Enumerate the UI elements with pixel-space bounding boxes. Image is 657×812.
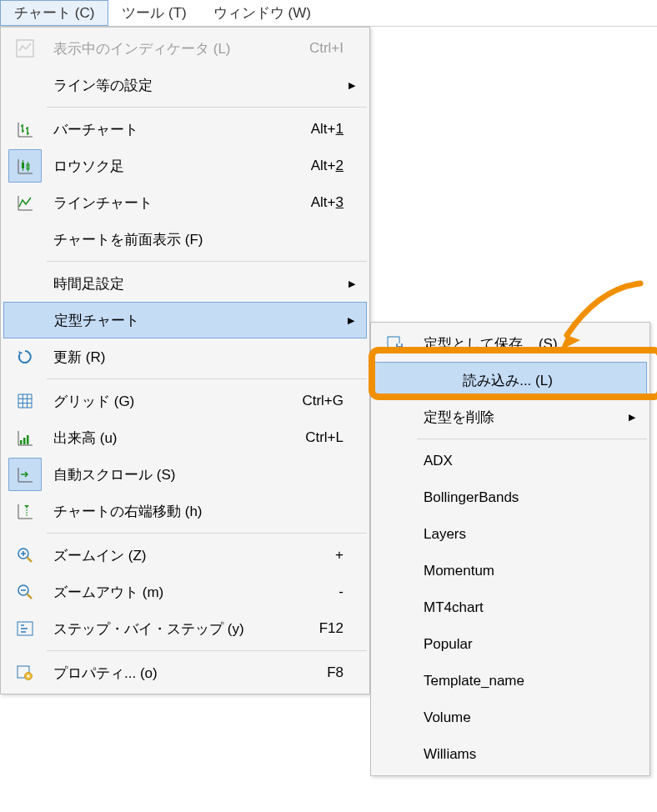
submenu-template-item[interactable]: ADX xyxy=(374,443,647,479)
svg-rect-14 xyxy=(398,343,401,346)
zoom-out-icon xyxy=(3,583,47,601)
submenu-arrow-icon: ▶ xyxy=(344,278,355,289)
submenu-template-item[interactable]: BollingerBands xyxy=(374,479,647,516)
separator xyxy=(47,533,367,534)
menu-zoom-in[interactable]: ズームイン (Z) + xyxy=(3,537,367,574)
menu-auto-scroll[interactable]: 自動スクロール (S) xyxy=(3,456,367,493)
menu-foreground[interactable]: チャートを前面表示 (F) xyxy=(3,221,367,258)
menu-label: ステップ・バイ・ステップ (y) xyxy=(47,619,285,639)
grid-icon xyxy=(3,392,47,410)
separator xyxy=(47,107,367,108)
submenu-template-item[interactable]: MT4chart xyxy=(374,589,647,626)
auto-scroll-icon xyxy=(8,458,42,491)
menu-candlestick[interactable]: ロウソク足 Alt+2 xyxy=(3,148,367,184)
indicators-icon xyxy=(3,39,47,58)
submenu-template-item[interactable]: Volume xyxy=(374,699,647,736)
svg-rect-4 xyxy=(23,438,26,444)
menu-zoom-out[interactable]: ズームアウト (m) - xyxy=(3,574,367,610)
menu-label: チャートを前面表示 (F) xyxy=(47,230,285,249)
menubar-window[interactable]: ウィンドウ (W) xyxy=(200,0,324,26)
separator xyxy=(417,439,647,439)
menu-template[interactable]: 定型チャート ▶ xyxy=(3,302,367,338)
menu-volume[interactable]: 出来高 (u) Ctrl+L xyxy=(3,419,367,456)
submenu-arrow-icon: ▶ xyxy=(624,412,635,423)
menu-label: ロウソク足 xyxy=(47,157,285,176)
menu-shortcut: F8 xyxy=(285,664,344,681)
candlestick-icon xyxy=(8,149,42,183)
menu-label: ズームアウト (m) xyxy=(47,583,285,602)
menu-refresh[interactable]: 更新 (R) xyxy=(3,338,367,375)
menu-line-chart[interactable]: ラインチャート Alt+3 xyxy=(3,184,367,221)
save-template-icon xyxy=(374,334,417,353)
template-name: Williams xyxy=(417,746,635,763)
submenu-remove-template[interactable]: 定型を削除 ▶ xyxy=(374,398,647,435)
menu-shortcut: Alt+3 xyxy=(285,194,344,211)
step-icon xyxy=(3,619,47,638)
submenu-arrow-icon: ▶ xyxy=(343,315,354,326)
menu-properties[interactable]: プロパティ... (o) F8 xyxy=(3,654,367,691)
submenu-label: 定型を削除 xyxy=(417,408,624,427)
menu-chart-shift[interactable]: チャートの右端移動 (h) xyxy=(3,493,367,529)
menu-label: ズームイン (Z) xyxy=(47,546,285,565)
separator xyxy=(47,261,367,262)
menu-label: バーチャート xyxy=(47,120,285,139)
separator xyxy=(47,650,367,651)
menu-label: 更新 (R) xyxy=(47,348,285,367)
submenu-label: 読み込み... (L) xyxy=(456,371,553,390)
template-name: MT4chart xyxy=(417,599,635,616)
svg-rect-5 xyxy=(27,435,29,444)
menu-label: グリッド (G) xyxy=(47,392,285,411)
template-name: Volume xyxy=(417,709,635,726)
menu-label: 時間足設定 xyxy=(47,274,285,293)
submenu-template-item[interactable]: Momentum xyxy=(374,553,647,589)
menu-grid[interactable]: グリッド (G) Ctrl+G xyxy=(3,383,367,419)
menu-shortcut: F12 xyxy=(285,620,344,637)
menu-label: チャートの右端移動 (h) xyxy=(47,502,285,521)
menu-shortcut: Ctrl+G xyxy=(285,393,344,409)
menu-indicators: 表示中のインディケータ (L) Ctrl+I xyxy=(3,30,367,67)
chart-menu-dropdown: 表示中のインディケータ (L) Ctrl+I ライン等の設定 ▶ バーチャート … xyxy=(0,27,370,694)
zoom-in-icon xyxy=(3,546,47,564)
svg-rect-3 xyxy=(20,440,23,444)
menu-label: 表示中のインディケータ (L) xyxy=(47,39,285,58)
menu-timeframe[interactable]: 時間足設定 ▶ xyxy=(3,265,367,302)
template-name: Layers xyxy=(417,526,635,543)
separator xyxy=(47,378,367,379)
submenu-template-item[interactable]: Popular xyxy=(374,626,647,663)
template-submenu: 定型として保存... (S) 読み込み... (L) 定型を削除 ▶ ADXBo… xyxy=(370,322,650,776)
menubar: チャート (C) ツール (T) ウィンドウ (W) xyxy=(0,0,657,27)
menu-shortcut: Alt+2 xyxy=(285,158,344,174)
menu-label: 定型チャート xyxy=(48,311,284,330)
line-chart-icon xyxy=(3,193,47,212)
menu-step-by-step[interactable]: ステップ・バイ・ステップ (y) F12 xyxy=(3,610,367,647)
submenu-template-item[interactable]: Template_name xyxy=(374,663,647,699)
properties-icon xyxy=(3,664,47,682)
submenu-label: 定型として保存... (S) xyxy=(417,334,635,353)
volume-icon xyxy=(3,429,47,447)
submenu-template-item[interactable]: Williams xyxy=(374,736,647,773)
template-name: Popular xyxy=(417,636,635,653)
submenu-template-item[interactable]: Layers xyxy=(374,516,647,553)
submenu-arrow-icon: ▶ xyxy=(344,80,355,91)
template-name: Template_name xyxy=(417,673,635,689)
menu-label: プロパティ... (o) xyxy=(47,664,285,683)
refresh-icon xyxy=(3,348,47,366)
menu-bar-chart[interactable]: バーチャート Alt+1 xyxy=(3,111,367,148)
bar-chart-icon xyxy=(3,120,47,138)
menu-shortcut: Alt+1 xyxy=(285,121,344,138)
menu-label: 出来高 (u) xyxy=(47,429,285,448)
menu-line-settings[interactable]: ライン等の設定 ▶ xyxy=(3,67,367,103)
menu-label: ライン等の設定 xyxy=(47,76,285,95)
menu-shortcut: - xyxy=(285,584,344,600)
menubar-chart[interactable]: チャート (C) xyxy=(0,0,108,26)
menu-shortcut: + xyxy=(285,547,344,564)
menu-shortcut: Ctrl+L xyxy=(285,429,344,446)
template-name: ADX xyxy=(417,453,635,469)
menubar-tools[interactable]: ツール (T) xyxy=(108,0,199,26)
svg-point-11 xyxy=(28,675,30,678)
menu-label: 自動スクロール (S) xyxy=(47,465,285,484)
menu-label: ラインチャート xyxy=(47,193,285,213)
submenu-load-template[interactable]: 読み込み... (L) xyxy=(374,362,647,398)
template-name: BollingerBands xyxy=(417,489,635,506)
submenu-save-template[interactable]: 定型として保存... (S) xyxy=(374,325,647,362)
